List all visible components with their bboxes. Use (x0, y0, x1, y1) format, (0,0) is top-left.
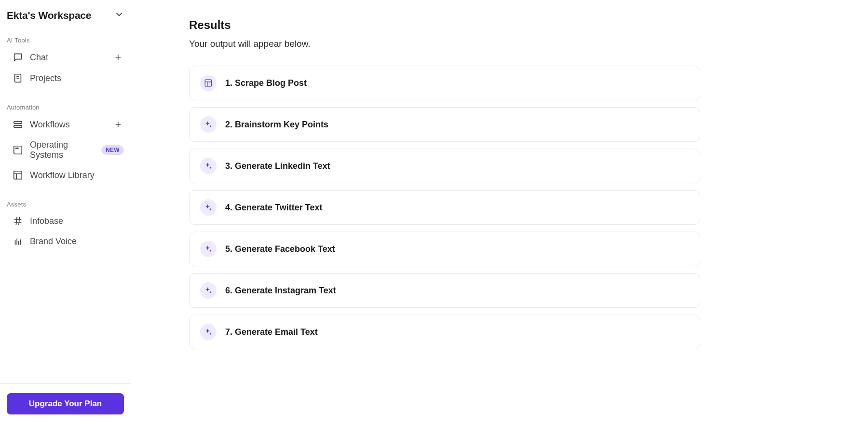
hash-icon (13, 216, 23, 226)
sidebar-item-chat[interactable]: Chat + (0, 47, 131, 68)
results-subtitle: Your output will appear below. (189, 39, 700, 49)
upgrade-plan-button[interactable]: Upgrade Your Plan (7, 393, 124, 414)
workspace-switcher[interactable]: Ekta's Workspace (0, 10, 131, 31)
main-content: Results Your output will appear below. 1… (131, 0, 868, 427)
sidebar-item-workflows[interactable]: Workflows + (0, 114, 131, 135)
step-title: 6. Generate Instagram Text (225, 286, 336, 296)
add-workflow-button[interactable]: + (112, 119, 124, 130)
section-label-ai-tools: AI Tools (0, 31, 131, 47)
step-title: 7. Generate Email Text (225, 327, 318, 337)
sparkle-icon (200, 241, 217, 257)
svg-rect-19 (205, 80, 212, 86)
workspace-name: Ekta's Workspace (7, 10, 91, 21)
sidebar-item-workflow-library[interactable]: Workflow Library (0, 165, 131, 185)
sidebar-item-operating-systems[interactable]: Operating Systems NEW (0, 135, 131, 165)
section-label-assets: Assets (0, 195, 131, 211)
new-badge: NEW (101, 145, 124, 155)
sidebar-item-label: Workflow Library (30, 170, 124, 180)
sparkle-icon (200, 116, 217, 133)
step-title: 4. Generate Twitter Text (225, 203, 322, 213)
svg-rect-3 (14, 122, 22, 124)
step-card[interactable]: 2. Brainstorm Key Points (189, 107, 700, 142)
svg-rect-5 (14, 146, 22, 154)
svg-line-13 (16, 217, 17, 225)
os-icon (13, 145, 23, 155)
bars-icon (13, 236, 23, 247)
section-label-automation: Automation (0, 98, 131, 114)
step-card[interactable]: 1. Scrape Blog Post (189, 66, 700, 100)
sidebar-item-projects[interactable]: Projects (0, 68, 131, 88)
svg-point-7 (17, 148, 18, 149)
svg-line-14 (19, 217, 20, 225)
library-icon (13, 170, 23, 180)
svg-point-6 (15, 148, 16, 149)
step-card[interactable]: 3. Generate Linkedin Text (189, 149, 700, 183)
step-title: 2. Brainstorm Key Points (225, 120, 328, 130)
sidebar-item-label: Brand Voice (30, 236, 124, 247)
svg-rect-4 (14, 125, 22, 128)
step-card[interactable]: 6. Generate Instagram Text (189, 273, 700, 308)
sidebar-item-label: Workflows (30, 120, 106, 130)
sparkle-icon (200, 199, 217, 216)
sidebar: Ekta's Workspace AI Tools Chat + Project… (0, 0, 131, 427)
add-chat-button[interactable]: + (112, 52, 124, 63)
step-card[interactable]: 7. Generate Email Text (189, 315, 700, 349)
sidebar-item-label: Infobase (30, 216, 124, 226)
sidebar-footer: Upgrade Your Plan (0, 383, 131, 427)
sidebar-item-brand-voice[interactable]: Brand Voice (0, 231, 131, 251)
svg-rect-8 (14, 171, 22, 179)
sidebar-item-label: Projects (30, 73, 124, 83)
chat-icon (13, 52, 23, 63)
results-title: Results (189, 18, 700, 32)
step-card[interactable]: 4. Generate Twitter Text (189, 190, 700, 225)
step-title: 1. Scrape Blog Post (225, 78, 307, 88)
chevron-down-icon (114, 10, 124, 21)
sparkle-icon (200, 158, 217, 174)
file-icon (13, 73, 23, 83)
step-title: 3. Generate Linkedin Text (225, 161, 330, 171)
sparkle-icon (200, 324, 217, 340)
scrape-icon (200, 75, 217, 91)
step-card[interactable]: 5. Generate Facebook Text (189, 232, 700, 266)
workflows-icon (13, 119, 23, 130)
sparkle-icon (200, 282, 217, 299)
sidebar-item-label: Chat (30, 53, 106, 63)
sidebar-item-label: Operating Systems (30, 140, 95, 160)
sidebar-item-infobase[interactable]: Infobase (0, 211, 131, 231)
step-title: 5. Generate Facebook Text (225, 244, 335, 254)
